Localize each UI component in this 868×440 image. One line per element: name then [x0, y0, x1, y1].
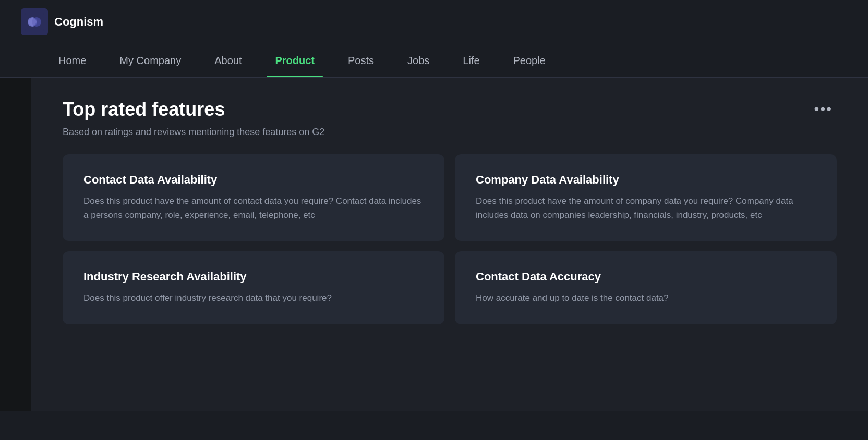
nav-item-people[interactable]: People — [497, 44, 562, 77]
nav-item-about[interactable]: About — [198, 44, 258, 77]
feature-card-description: How accurate and up to date is the conta… — [476, 291, 816, 305]
left-strip — [0, 78, 31, 411]
feature-card-description: Does this product have the amount of con… — [83, 194, 424, 222]
navigation: Home My Company About Product Posts Jobs… — [0, 44, 868, 78]
features-grid: Contact Data Availability Does this prod… — [63, 154, 837, 324]
company-logo-icon — [21, 8, 48, 35]
feature-card-title: Industry Research Availability — [83, 270, 424, 284]
nav-item-my-company[interactable]: My Company — [103, 44, 198, 77]
nav-item-jobs[interactable]: Jobs — [391, 44, 446, 77]
feature-card-industry-research-availability[interactable]: Industry Research Availability Does this… — [63, 251, 444, 324]
section-header: Top rated features ••• — [63, 99, 837, 120]
header: Cognism — [0, 0, 868, 44]
feature-card-contact-data-availability[interactable]: Contact Data Availability Does this prod… — [63, 154, 444, 241]
nav-item-posts[interactable]: Posts — [331, 44, 391, 77]
feature-card-description: Does this product offer industry researc… — [83, 291, 424, 305]
nav-item-life[interactable]: Life — [446, 44, 496, 77]
feature-card-title: Contact Data Availability — [83, 173, 424, 187]
feature-card-title: Contact Data Accuracy — [476, 270, 816, 284]
page-wrapper: Top rated features ••• Based on ratings … — [0, 78, 868, 411]
company-name: Cognism — [54, 15, 103, 29]
logo-container[interactable]: Cognism — [21, 8, 103, 35]
main-content: Top rated features ••• Based on ratings … — [31, 78, 868, 411]
nav-item-product[interactable]: Product — [258, 44, 331, 77]
section-subtitle: Based on ratings and reviews mentioning … — [63, 127, 837, 138]
nav-item-home[interactable]: Home — [42, 44, 103, 77]
feature-card-contact-data-accuracy[interactable]: Contact Data Accuracy How accurate and u… — [455, 251, 837, 324]
more-options-button[interactable]: ••• — [810, 99, 837, 119]
feature-card-description: Does this product have the amount of com… — [476, 194, 816, 222]
feature-card-title: Company Data Availability — [476, 173, 816, 187]
feature-card-company-data-availability[interactable]: Company Data Availability Does this prod… — [455, 154, 837, 241]
section-title: Top rated features — [63, 99, 225, 120]
